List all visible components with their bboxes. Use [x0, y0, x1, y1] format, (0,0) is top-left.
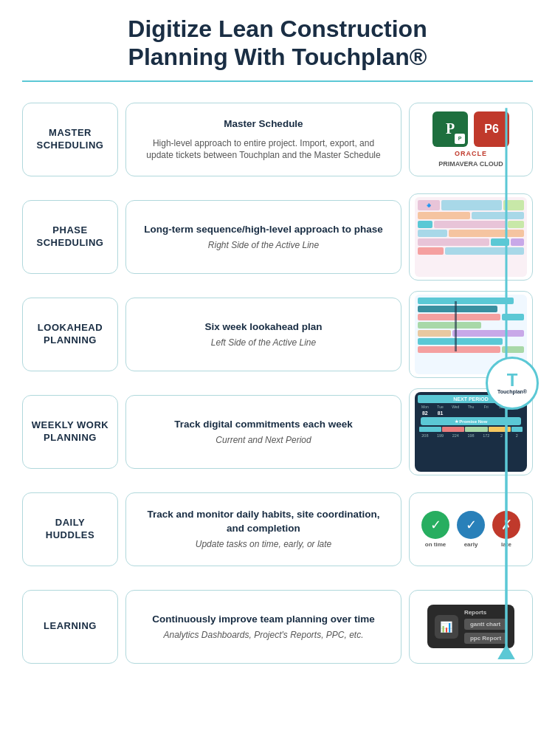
desc-weekly-work-planning: Track digital commitments each week Curr… — [125, 395, 401, 469]
desc-title-learning: Continuously improve team planning over … — [152, 613, 375, 626]
ms-inner: P — [455, 134, 465, 144]
desc-body-phase: Right Side of the Active Line — [208, 239, 319, 251]
desc-body-weekly: Current and Next Period — [216, 434, 311, 446]
touchplan-brand-name: Touchplan® — [497, 389, 527, 394]
page-title: Digitize Lean Construction Planning With… — [22, 15, 533, 82]
row-master-scheduling: MASTERSCHEDULING Master Schedule High-le… — [22, 95, 533, 184]
touchplan-logo-circle: T Touchplan® — [486, 357, 539, 410]
desc-title-lookahead: Six week lookahead plan — [204, 320, 322, 334]
dh-on-time: ✓ on time — [421, 511, 449, 548]
row-weekly-work-planning: WEEKLY WORKPLANNING Track digital commit… — [22, 388, 533, 476]
label-lookahead-planning: LOOKAHEADPLANNING — [22, 298, 118, 371]
touchplan-trademark: ® — [523, 389, 527, 394]
desc-title-daily: Track and monitor daily habits, site coo… — [138, 508, 389, 535]
desc-title-weekly: Track digital commitments each week — [174, 418, 353, 431]
desc-title-master: Master Schedule — [224, 117, 303, 131]
desc-title-phase: Long-term sequence/high-level approach t… — [144, 223, 382, 236]
row-phase-scheduling: PHASESCHEDULING Long-term sequence/high-… — [22, 193, 533, 281]
desc-phase-scheduling: Long-term sequence/high-level approach t… — [125, 200, 401, 274]
desc-lookahead-planning: Six week lookahead plan Left Side of the… — [125, 298, 401, 371]
touchplan-t-icon: T — [507, 371, 518, 389]
desc-body-daily: Update tasks on time, early, or late — [196, 538, 332, 550]
chart-icon: 📊 — [440, 621, 452, 633]
desc-body-master: High-level approach to entire project. I… — [138, 137, 389, 161]
label-weekly-work-planning: WEEKLY WORKPLANNING — [22, 395, 118, 469]
ms-project-logo: P P — [432, 111, 468, 147]
desc-learning: Continuously improve team planning over … — [125, 590, 401, 664]
label-daily-huddles: DAILYHUDDLES — [22, 492, 118, 566]
early-label: early — [464, 541, 478, 548]
page-wrapper: Digitize Lean Construction Planning With… — [0, 0, 555, 693]
desc-body-lookahead: Left Side of the Active Line — [211, 337, 316, 348]
content-area: MASTERSCHEDULING Master Schedule High-le… — [22, 95, 533, 671]
label-master-scheduling: MASTERSCHEDULING — [22, 103, 118, 176]
row-lookahead-planning: LOOKAHEADPLANNING Six week lookahead pla… — [22, 290, 533, 379]
desc-master-scheduling: Master Schedule High-level approach to e… — [125, 103, 401, 176]
desc-body-learning: Analytics Dashboards, Project's Reports,… — [163, 629, 363, 641]
label-learning: LEARNING — [22, 590, 118, 664]
on-time-label: on time — [425, 541, 446, 548]
reports-icon-box: 📊 — [435, 615, 458, 639]
label-phase-scheduling: PHASESCHEDULING — [22, 200, 118, 274]
row-daily-huddles: DAILYHUDDLES Track and monitor daily hab… — [22, 485, 533, 574]
on-time-circle: ✓ — [421, 511, 449, 539]
row-learning: LEARNING Continuously improve team plann… — [22, 583, 533, 671]
desc-daily-huddles: Track and monitor daily habits, site coo… — [125, 492, 401, 566]
